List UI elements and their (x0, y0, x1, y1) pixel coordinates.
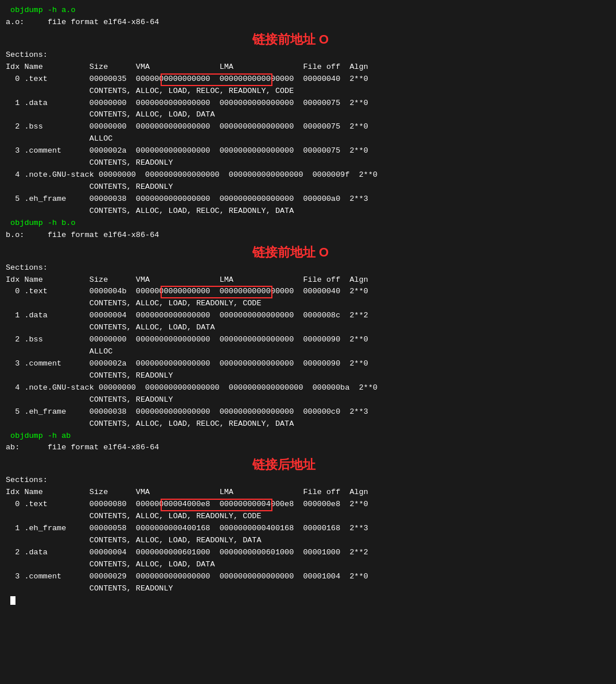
bo-row-4: 4 .note.GNU-stack 00000000 0000000000000… (6, 382, 610, 394)
bo-flags-3: CONTENTS, READONLY (6, 370, 610, 382)
ab-flags-0: CONTENTS, ALLOC, LOAD, READONLY, CODE (6, 511, 610, 523)
ab-sections-header: Sections: (6, 475, 610, 487)
bo-flags-1: CONTENTS, ALLOC, LOAD, DATA (6, 322, 610, 334)
bo-row-0: 0 .text 0000004b 0000000000000000 000000… (6, 286, 610, 298)
ao-flags-5: CONTENTS, ALLOC, LOAD, RELOC, READONLY, … (6, 205, 610, 217)
ab-section-block: 0 .text 00000080 00000000004000e8 000000… (6, 499, 610, 594)
bo-row-2: 2 .bss 00000000 0000000000000000 0000000… (6, 334, 610, 346)
bo-annotation-label: 链接前地址 O (252, 244, 329, 261)
ao-flags-3: CONTENTS, READONLY (6, 157, 610, 169)
final-prompt-line (6, 595, 610, 607)
ao-sections-header: Sections: (6, 49, 610, 61)
ao-row-2: 2 .bss 00000000 0000000000000000 0000000… (6, 121, 610, 133)
ao-flags-0: CONTENTS, ALLOC, LOAD, RELOC, READONLY, … (6, 86, 610, 98)
ab-row-0: 0 .text 00000080 00000000004000e8 000000… (6, 499, 610, 511)
bo-row-3: 3 .comment 0000002a 0000000000000000 000… (6, 358, 610, 370)
ao-row-1: 1 .data 00000000 0000000000000000 000000… (6, 98, 610, 110)
ao-flags-1: CONTENTS, ALLOC, LOAD, DATA (6, 109, 610, 121)
bo-section-block: 0 .text 0000004b 0000000000000000 000000… (6, 286, 610, 430)
prompt-line-3: objdump -h ab (6, 430, 610, 442)
ab-idx-header: Idx Name Size VMA LMA File off Algn (6, 487, 610, 499)
ab-flags-1: CONTENTS, ALLOC, LOAD, READONLY, DATA (6, 535, 610, 547)
ao-row-3: 3 .comment 0000002a 0000000000000000 000… (6, 145, 610, 157)
bo-idx-header: Idx Name Size VMA LMA File off Algn (6, 274, 610, 286)
terminal-window: objdump -h a.o a.o: file format elf64-x8… (0, 0, 616, 684)
bo-format-line: b.o: file format elf64-x86-64 (6, 230, 610, 242)
ao-row-4: 4 .note.GNU-stack 00000000 0000000000000… (6, 169, 610, 181)
bo-flags-4: CONTENTS, READONLY (6, 394, 610, 406)
prompt-line-1: objdump -h a.o (6, 5, 610, 17)
ao-flags-2: ALLOC (6, 133, 610, 145)
ab-format-line: ab: file format elf64-x86-64 (6, 442, 610, 454)
ao-flags-4: CONTENTS, READONLY (6, 181, 610, 193)
ao-row-0: 0 .text 00000035 0000000000000000 000000… (6, 73, 610, 86)
ab-flags-3: CONTENTS, READONLY (6, 583, 610, 595)
ab-row-2: 2 .data 00000004 0000000000601000 000000… (6, 547, 610, 559)
ab-annotation-label: 链接后地址 (252, 456, 315, 473)
ab-row-3: 3 .comment 00000029 0000000000000000 000… (6, 571, 610, 583)
prompt-line-2: objdump -h b.o (6, 217, 610, 230)
bo-flags-2: ALLOC (6, 346, 610, 358)
bo-row-1: 1 .data 00000004 0000000000000000 000000… (6, 310, 610, 322)
ao-annotation-label: 链接前地址 O (252, 31, 329, 48)
bo-flags-5: CONTENTS, ALLOC, LOAD, RELOC, READONLY, … (6, 418, 610, 430)
ab-row-1: 1 .eh_frame 00000058 0000000000400168 00… (6, 523, 610, 535)
cursor (10, 596, 15, 605)
ao-idx-header: Idx Name Size VMA LMA File off Algn (6, 61, 610, 73)
ao-row-5: 5 .eh_frame 00000038 0000000000000000 00… (6, 193, 610, 205)
bo-flags-0: CONTENTS, ALLOC, LOAD, READONLY, CODE (6, 298, 610, 310)
cmd-1: objdump -h a.o (10, 6, 75, 14)
ao-section-block: 0 .text 00000035 0000000000000000 000000… (6, 73, 610, 217)
bo-sections-header: Sections: (6, 262, 610, 274)
cmd-2: objdump -h b.o (10, 219, 75, 227)
cmd-3: objdump -h ab (10, 432, 71, 440)
ao-format-line: a.o: file format elf64-x86-64 (6, 17, 610, 29)
ab-flags-2: CONTENTS, ALLOC, LOAD, DATA (6, 559, 610, 571)
bo-row-5: 5 .eh_frame 00000038 0000000000000000 00… (6, 406, 610, 418)
